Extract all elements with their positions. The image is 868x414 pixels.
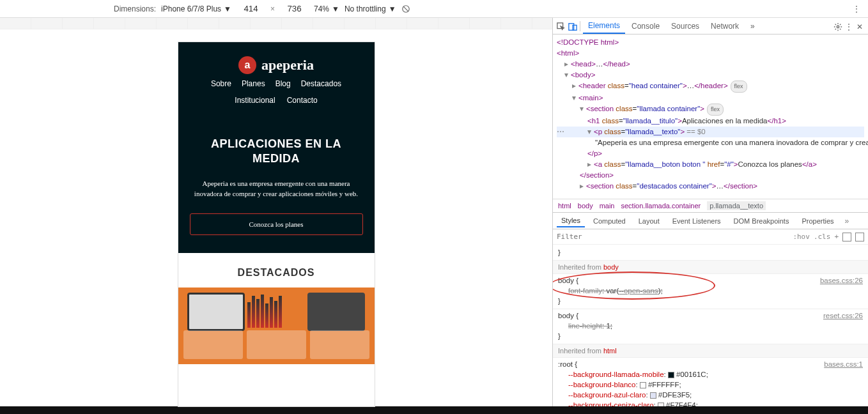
- css-declaration[interactable]: font-family: var(--open-sans);: [558, 286, 863, 296]
- tab-sources[interactable]: Sources: [666, 19, 704, 33]
- css-declaration[interactable]: --background-azul-claro: #DFE3F5;: [558, 390, 863, 400]
- css-rule[interactable]: bases.css:1 :root { --background-llamada…: [553, 358, 868, 406]
- crumb-p[interactable]: p.llamada__texto: [707, 201, 766, 210]
- collapse-icon[interactable]: ▾: [572, 93, 578, 103]
- flex-badge: flex: [731, 80, 747, 93]
- flex-badge: flex: [707, 103, 724, 116]
- tab-more[interactable]: »: [745, 19, 760, 33]
- device-toggle-icon[interactable]: [567, 21, 577, 31]
- svg-point-5: [837, 26, 839, 28]
- collapse-icon[interactable]: ▾: [580, 103, 586, 114]
- tab-elements[interactable]: Elements: [583, 19, 625, 34]
- expand-icon[interactable]: ▸: [587, 159, 594, 170]
- dimensions-label: Dimensions:: [114, 4, 156, 13]
- css-rule[interactable]: }: [553, 246, 868, 261]
- nav-planes[interactable]: Planes: [242, 79, 265, 88]
- device-select[interactable]: iPhone 6/7/8 Plus ▼: [161, 4, 231, 13]
- styles-tab-bar: Styles Computed Layout Event Listeners D…: [553, 213, 868, 229]
- node-actions-icon[interactable]: ⋯: [557, 126, 564, 137]
- destacados-image: [178, 288, 375, 364]
- crumb-body[interactable]: body: [578, 202, 593, 210]
- logo[interactable]: a apeperia: [186, 56, 367, 74]
- svg-rect-4: [573, 25, 577, 30]
- source-link[interactable]: reset.css:26: [823, 310, 863, 321]
- height-input[interactable]: [280, 3, 309, 15]
- tab-console[interactable]: Console: [626, 19, 665, 33]
- hero-section: APLICACIONES EN LA MEDIDA Apeperia es un…: [178, 112, 375, 253]
- stylestab-layout[interactable]: Layout: [634, 215, 664, 227]
- zoom-select[interactable]: 74% ▼: [314, 4, 339, 13]
- breadcrumb: html body main section.llamada.container…: [553, 199, 868, 213]
- doctype-node: <!DOCTYPE html>: [557, 38, 619, 46]
- new-rule-icon[interactable]: +: [834, 233, 839, 241]
- collapse-icon[interactable]: ▾: [564, 70, 571, 80]
- css-declaration[interactable]: --background-blanco: #FFFFFF;: [558, 379, 863, 390]
- logo-text: apeperia: [261, 57, 314, 73]
- width-input[interactable]: [236, 3, 265, 15]
- inspect-icon[interactable]: [555, 21, 566, 31]
- stylestab-styles[interactable]: Styles: [557, 215, 585, 227]
- crumb-html[interactable]: html: [558, 202, 571, 210]
- laptop-illustration: [187, 293, 245, 331]
- hero-cta-button[interactable]: Conozca los planes: [190, 213, 363, 235]
- expand-icon[interactable]: ▸: [572, 80, 578, 91]
- nav-blog[interactable]: Blog: [275, 79, 291, 88]
- cls-toggle[interactable]: .cls: [814, 233, 831, 241]
- stylestab-computed[interactable]: Computed: [589, 215, 630, 227]
- page-header: a apeperia Sobre Planes Blog Destacados …: [178, 42, 375, 112]
- stylestab-dombp[interactable]: DOM Breakpoints: [729, 215, 794, 227]
- ruler-horizontal: [0, 18, 552, 29]
- nav-destacados[interactable]: Destacados: [301, 79, 341, 88]
- rotate-icon[interactable]: [401, 4, 410, 13]
- expand-icon[interactable]: ▸: [564, 59, 571, 70]
- destacados-title: DESTACADOS: [178, 267, 375, 279]
- dim-separator: ×: [270, 4, 275, 13]
- nav-contacto[interactable]: Contacto: [287, 96, 318, 105]
- styles-more-icon[interactable]: »: [842, 217, 852, 226]
- css-rule[interactable]: reset.css:26 body { line-height: 1; }: [553, 309, 868, 344]
- device-toolbar: Dimensions: iPhone 6/7/8 Plus ▼ × 74% ▼ …: [0, 0, 868, 18]
- brushes-illustration: [247, 293, 305, 328]
- inherited-header: Inherited from body: [553, 261, 868, 274]
- chevron-down-icon: ▼: [332, 4, 339, 13]
- devtools-panel: Elements Console Sources Network » ⋮ ✕ <…: [552, 18, 868, 406]
- gear-icon[interactable]: [832, 21, 842, 31]
- throttling-select[interactable]: No throttling ▼: [345, 4, 396, 13]
- hero-title: APLICACIONES EN LA MEDIDA: [190, 137, 363, 167]
- close-icon[interactable]: ✕: [855, 21, 865, 31]
- css-rule[interactable]: bases.css:26 body { font-family: var(--o…: [553, 274, 868, 309]
- throttling-value: No throttling: [345, 4, 386, 13]
- phone-frame: a apeperia Sobre Planes Blog Destacados …: [178, 42, 375, 406]
- css-declaration[interactable]: --background-ceniza-claro: #F7F4F4;: [558, 400, 863, 406]
- styles-toolbar: :hov .cls +: [553, 229, 868, 245]
- logo-icon: a: [238, 56, 256, 74]
- styles-rules-list[interactable]: } Inherited from body bases.css:26 body …: [553, 245, 868, 406]
- source-link[interactable]: bases.css:1: [824, 359, 863, 369]
- stylestab-listeners[interactable]: Event Listeners: [668, 215, 725, 227]
- source-link[interactable]: bases.css:26: [820, 275, 863, 286]
- kebab-menu-icon[interactable]: ⋮: [844, 21, 854, 31]
- tablet-illustration: [307, 293, 365, 331]
- computed-styles-icon[interactable]: [842, 233, 851, 241]
- elements-tree[interactable]: <!DOCTYPE html> <html> ▸<head>…</head> ▾…: [553, 34, 868, 199]
- nav-sobre[interactable]: Sobre: [211, 79, 231, 88]
- stylestab-props[interactable]: Properties: [797, 215, 838, 227]
- rendering-icon[interactable]: [855, 233, 864, 241]
- css-declaration[interactable]: line-height: 1;: [558, 321, 863, 331]
- hero-text: Apeperia es una empresa emergente con un…: [190, 178, 363, 199]
- expand-icon[interactable]: ▸: [580, 181, 586, 192]
- collapse-icon[interactable]: ▾: [587, 126, 594, 137]
- selected-node[interactable]: ⋯▾<p class="llamada__texto"> == $0: [557, 126, 864, 137]
- tab-network[interactable]: Network: [706, 19, 744, 33]
- crumb-main[interactable]: main: [600, 202, 615, 210]
- kebab-menu-icon[interactable]: ⋮: [853, 4, 862, 13]
- crumb-section[interactable]: section.llamada.container: [621, 202, 701, 210]
- nav-institucional[interactable]: Institucional: [235, 96, 275, 105]
- zoom-value: 74%: [314, 4, 329, 13]
- hov-toggle[interactable]: :hov: [793, 233, 810, 241]
- css-declaration[interactable]: --background-llamada-mobile: #00161C;: [558, 369, 863, 379]
- chevron-down-icon: ▼: [224, 4, 231, 13]
- styles-filter-input[interactable]: [557, 233, 789, 241]
- device-name: iPhone 6/7/8 Plus: [161, 4, 221, 13]
- inherited-header: Inherited from html: [553, 344, 868, 358]
